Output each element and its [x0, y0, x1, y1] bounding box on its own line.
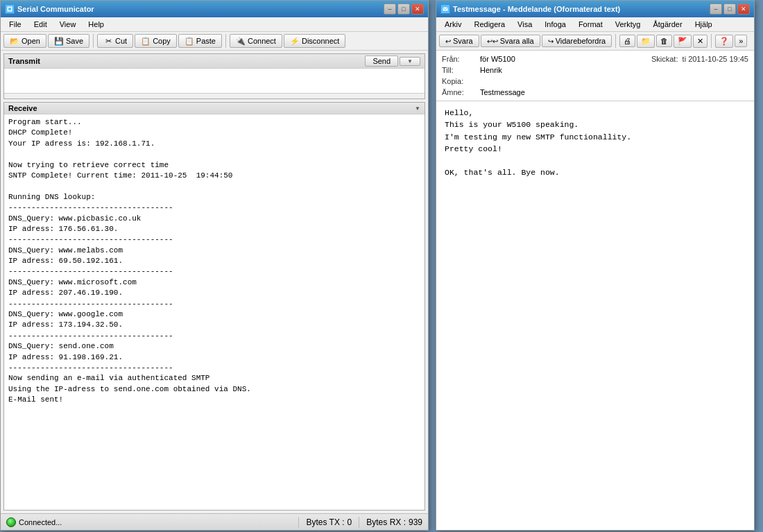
- svara-label: Svara: [453, 37, 473, 45]
- expand-button[interactable]: »: [735, 35, 747, 47]
- delete-button[interactable]: 🗑: [656, 35, 672, 47]
- svg-rect-1: [8, 8, 11, 10]
- email-window: Testmessage - Meddelande (Oformaterad te…: [436, 0, 755, 531]
- print-button[interactable]: 🖨: [619, 35, 635, 47]
- transmit-scrollbar[interactable]: [4, 93, 425, 98]
- send-button[interactable]: Send: [365, 55, 398, 67]
- svara-alla-icon: ↩↩: [487, 37, 498, 45]
- email-menu-visa[interactable]: Visa: [512, 19, 538, 30]
- print-icon: 🖨: [624, 37, 631, 45]
- send-dropdown-button[interactable]: ▼: [400, 57, 420, 66]
- email-menu-infoga[interactable]: Infoga: [539, 19, 572, 30]
- email-titlebar-left: Testmessage - Meddelande (Oformaterad te…: [440, 4, 620, 14]
- disconnect-button[interactable]: ⚡ Disconnect: [284, 34, 345, 48]
- cut-label: Cut: [115, 37, 127, 45]
- skickat-label: Skickat: ti 2011-10-25 19:45: [651, 55, 748, 63]
- receive-label: Receive: [8, 104, 37, 112]
- fran-value: för W5100: [480, 55, 515, 63]
- email-app-icon: [440, 4, 450, 14]
- copy-button[interactable]: 📋 Copy: [135, 34, 177, 48]
- email-menu-verktyg[interactable]: Verktyg: [610, 19, 646, 30]
- email-body[interactable]: Hello, This is your W5100 speaking. I'm …: [436, 101, 754, 530]
- disconnect-icon: ⚡: [290, 36, 300, 46]
- bytes-rx-value: 939: [409, 517, 422, 527]
- serial-maximize-button[interactable]: □: [397, 3, 410, 15]
- till-label: Till:: [442, 66, 480, 74]
- connect-button[interactable]: 🔌 Connect: [230, 34, 282, 48]
- email-from-row: Från: för W5100 Skickat: ti 2011-10-25 1…: [442, 53, 748, 65]
- receive-content[interactable]: Program start... DHCP Complete! Your IP …: [4, 114, 425, 510]
- copy-icon: 📋: [141, 36, 151, 46]
- vidarebefordra-button[interactable]: ↪ Vidarebefordra: [542, 35, 612, 47]
- close-email-button[interactable]: ✕: [693, 35, 708, 48]
- save-button[interactable]: 💾 Save: [48, 34, 89, 48]
- svara-alla-label: Svara alla: [500, 37, 534, 45]
- help-icon: ❓: [719, 37, 729, 46]
- email-window-controls: – □ ✕: [710, 3, 750, 15]
- serial-statusbar: Connected... Bytes TX : 0 Bytes RX : 939: [1, 513, 428, 530]
- email-menu-arkiv[interactable]: Arkiv: [439, 19, 467, 30]
- paste-button[interactable]: 📋 Paste: [178, 34, 222, 48]
- vidarebefordra-label: Vidarebefordra: [556, 37, 606, 45]
- svara-icon: ↩: [445, 37, 451, 45]
- toolbar-divider-2: [225, 34, 226, 48]
- email-minimize-button[interactable]: –: [710, 3, 722, 15]
- serial-menubar: File Edit View Help: [1, 17, 428, 32]
- copy-label: Copy: [153, 37, 171, 45]
- delete-icon: 🗑: [660, 37, 668, 45]
- serial-window-controls: – □ ✕: [384, 3, 424, 15]
- email-menu-format[interactable]: Format: [573, 19, 608, 30]
- serial-menu-help[interactable]: Help: [83, 19, 110, 30]
- open-button[interactable]: 📂 Open: [3, 34, 46, 48]
- svara-alla-button[interactable]: ↩↩ Svara alla: [481, 35, 540, 47]
- serial-minimize-button[interactable]: –: [384, 3, 396, 15]
- cut-button[interactable]: ✂ Cut: [97, 34, 133, 48]
- send-label: Send: [372, 57, 391, 65]
- svara-button[interactable]: ↩ Svara: [439, 35, 479, 47]
- serial-toolbar: 📂 Open 💾 Save ✂ Cut 📋 Copy 📋 Paste 🔌 Con…: [1, 32, 428, 51]
- email-toolbar-divider-1: [615, 34, 616, 48]
- email-menu-hjalp[interactable]: Hjälp: [689, 19, 718, 30]
- paste-icon: 📋: [185, 36, 194, 46]
- connection-status-text: Connected...: [19, 518, 291, 526]
- email-menu-atgarder[interactable]: Åtgärder: [647, 19, 687, 30]
- serial-titlebar: Serial Communicator – □ ✕: [1, 1, 428, 17]
- email-window-title: Testmessage - Meddelande (Oformaterad te…: [453, 5, 620, 13]
- open-icon: 📂: [10, 36, 19, 46]
- transmit-label: Transmit: [8, 57, 40, 65]
- vidarebefordra-icon: ↪: [548, 37, 554, 45]
- save-icon: 💾: [54, 36, 64, 46]
- serial-menu-edit[interactable]: Edit: [28, 19, 53, 30]
- close-email-icon: ✕: [697, 37, 703, 46]
- serial-close-button[interactable]: ✕: [411, 3, 424, 15]
- move-button[interactable]: 📁: [637, 35, 655, 48]
- move-icon: 📁: [641, 37, 651, 46]
- paste-label: Paste: [196, 37, 216, 45]
- fran-label: Från:: [442, 55, 480, 63]
- receive-section: Receive ▼ Program start... DHCP Complete…: [3, 102, 425, 510]
- bytes-rx-label: Bytes RX :: [366, 517, 406, 527]
- email-till-row: Till: Henrik: [442, 65, 748, 76]
- email-maximize-button[interactable]: □: [723, 3, 736, 15]
- amne-value: Testmessage: [480, 88, 525, 96]
- bytes-tx-label: Bytes TX :: [306, 517, 344, 527]
- titlebar-left: Serial Communicator: [5, 4, 94, 14]
- toolbar-divider-1: [93, 34, 94, 48]
- transmit-header: Transmit Send ▼: [4, 54, 425, 69]
- serial-window-title: Serial Communicator: [17, 5, 94, 13]
- flag-button[interactable]: 🚩: [674, 35, 692, 48]
- serial-communicator-window: Serial Communicator – □ ✕ File Edit View…: [0, 0, 429, 531]
- statusbar-divider-1: [298, 517, 299, 528]
- email-toolbar-divider-2: [711, 34, 712, 48]
- bytes-tx-value: 0: [348, 517, 352, 527]
- help-button[interactable]: ❓: [715, 35, 733, 48]
- serial-menu-view[interactable]: View: [54, 19, 82, 30]
- statusbar-divider-2: [359, 517, 359, 528]
- kopia-label: Kopia:: [442, 77, 480, 85]
- email-titlebar: Testmessage - Meddelande (Oformaterad te…: [436, 1, 754, 17]
- disconnect-label: Disconnect: [302, 37, 339, 45]
- transmit-input[interactable]: [4, 69, 425, 91]
- email-menu-redigera[interactable]: Redigera: [468, 19, 511, 30]
- email-close-button[interactable]: ✕: [737, 3, 750, 15]
- serial-menu-file[interactable]: File: [3, 19, 27, 30]
